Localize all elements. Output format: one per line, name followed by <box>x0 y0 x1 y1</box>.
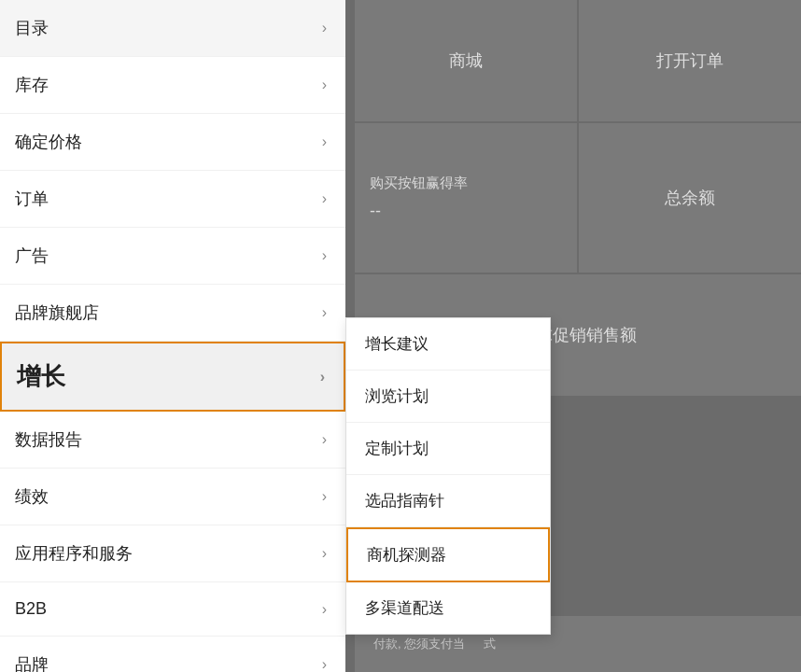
submenu: 增长建议浏览计划定制计划选品指南针商机探测器多渠道配送 <box>345 317 551 635</box>
submenu-item-label-custom-plan: 定制计划 <box>365 438 429 459</box>
dashboard-card-balance: 总余额 <box>579 123 801 273</box>
sidebar-item-label-brand-store: 品牌旗舰店 <box>15 301 99 324</box>
chevron-icon-brand-store: › <box>322 304 327 321</box>
sidebar: 目录›库存›确定价格›订单›广告›品牌旗舰店›增长›数据报告›绩效›应用程序和服… <box>0 0 345 672</box>
sidebar-item-label-inventory: 库存 <box>15 74 49 96</box>
sidebar-item-label-growth: 增长 <box>17 360 65 393</box>
sidebar-item-brand-store[interactable]: 品牌旗舰店› <box>0 285 345 342</box>
sidebar-item-label-apps-services: 应用程序和服务 <box>15 542 133 565</box>
sidebar-item-label-pricing: 确定价格 <box>15 131 82 153</box>
submenu-item-label-growth-advice: 增长建议 <box>365 333 429 355</box>
chevron-icon-b2b: › <box>322 601 327 618</box>
dashboard-card-buy-box: 购买按钮赢得率 -- <box>355 123 577 273</box>
chevron-icon-advertising: › <box>322 247 327 264</box>
chevron-icon-apps-services: › <box>322 545 327 562</box>
chevron-icon-data-report: › <box>322 431 327 448</box>
sidebar-item-label-orders: 订单 <box>15 188 49 210</box>
chevron-icon-pricing: › <box>322 133 327 150</box>
submenu-item-browse-plan[interactable]: 浏览计划 <box>346 371 550 423</box>
submenu-item-label-multi-channel: 多渠道配送 <box>365 597 444 619</box>
dashboard-card-orders: 打开订单 <box>579 0 801 121</box>
sidebar-item-brand[interactable]: 品牌› <box>0 637 345 672</box>
chevron-icon-growth: › <box>320 369 325 385</box>
submenu-item-label-opportunity-detector: 商机探测器 <box>367 544 446 566</box>
submenu-item-label-product-selection: 选品指南针 <box>365 490 444 511</box>
chevron-icon-performance: › <box>322 488 327 505</box>
sidebar-item-b2b[interactable]: B2B› <box>0 582 345 637</box>
sidebar-item-orders[interactable]: 订单› <box>0 171 345 228</box>
sidebar-item-catalog[interactable]: 目录› <box>0 0 345 57</box>
chevron-icon-catalog: › <box>322 20 327 36</box>
sidebar-item-growth[interactable]: 增长› <box>0 342 345 412</box>
sidebar-item-data-report[interactable]: 数据报告› <box>0 412 345 469</box>
bottom-text-1: 付款, 您须支付当 <box>373 636 465 652</box>
sidebar-item-label-catalog: 目录 <box>15 17 49 39</box>
submenu-item-multi-channel[interactable]: 多渠道配送 <box>346 582 550 634</box>
sidebar-item-label-advertising: 广告 <box>15 245 49 267</box>
sidebar-item-label-b2b: B2B <box>15 599 47 619</box>
sidebar-item-label-brand: 品牌 <box>15 653 49 672</box>
sidebar-item-label-performance: 绩效 <box>15 485 49 508</box>
sidebar-item-pricing[interactable]: 确定价格› <box>0 114 345 171</box>
sidebar-item-performance[interactable]: 绩效› <box>0 469 345 525</box>
chevron-icon-orders: › <box>322 190 327 207</box>
submenu-item-custom-plan[interactable]: 定制计划 <box>346 423 550 475</box>
sidebar-item-inventory[interactable]: 库存› <box>0 57 345 114</box>
chevron-icon-inventory: › <box>322 77 327 93</box>
sidebar-item-apps-services[interactable]: 应用程序和服务› <box>0 525 345 582</box>
submenu-item-opportunity-detector[interactable]: 商机探测器 <box>346 527 550 582</box>
submenu-item-label-browse-plan: 浏览计划 <box>365 385 429 407</box>
sidebar-item-advertising[interactable]: 广告› <box>0 228 345 285</box>
chevron-icon-brand: › <box>322 656 327 672</box>
dashboard-card-store: 商城 <box>355 0 577 121</box>
sidebar-item-label-data-report: 数据报告 <box>15 428 82 451</box>
bottom-text-2: 式 <box>484 636 496 652</box>
submenu-item-growth-advice[interactable]: 增长建议 <box>346 318 550 371</box>
submenu-item-product-selection[interactable]: 选品指南针 <box>346 475 550 527</box>
